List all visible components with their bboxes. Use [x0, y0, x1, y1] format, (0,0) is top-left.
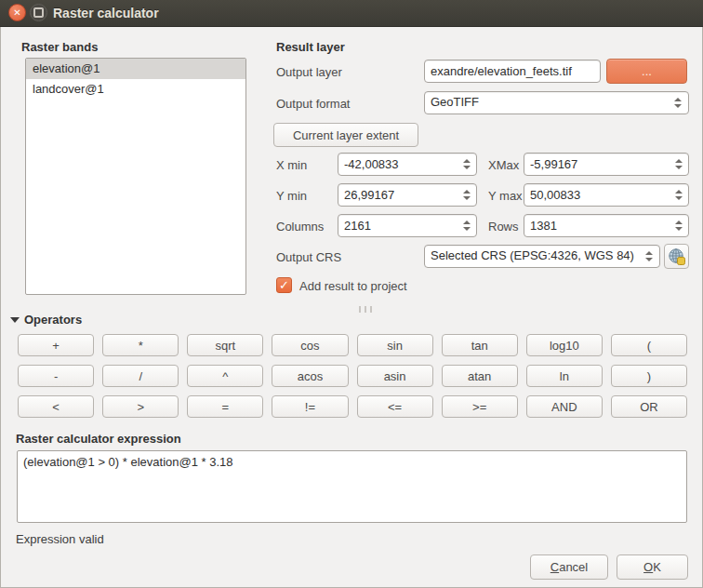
- spinner-arrows-icon[interactable]: [674, 153, 683, 176]
- operator-tan-button[interactable]: tan: [442, 334, 518, 356]
- close-icon: ✕: [13, 8, 20, 18]
- output-crs-combo[interactable]: Selected CRS (EPSG:4326, WGS 84): [424, 245, 660, 268]
- result-layer-heading: Result layer: [276, 40, 345, 54]
- output-crs-label: Output CRS: [276, 250, 341, 264]
- operator-multiply-button[interactable]: *: [102, 334, 179, 356]
- expression-status: Expression valid: [16, 532, 104, 546]
- y-min-label: Y min: [276, 189, 307, 203]
- window-title: Raster calculator: [53, 6, 159, 20]
- list-item-elevation[interactable]: elevation@1: [26, 59, 245, 79]
- expression-textarea[interactable]: (elevation@1 > 0) * elevation@1 * 3.18: [17, 450, 687, 523]
- select-crs-button[interactable]: [664, 244, 689, 269]
- browse-output-button[interactable]: ...: [606, 59, 687, 84]
- ok-button-label: OK: [623, 560, 682, 574]
- raster-calculator-dialog: ✕ Raster calculator Raster bands elevati…: [0, 0, 703, 588]
- close-button[interactable]: ✕: [8, 4, 26, 21]
- operator-or-button[interactable]: OR: [611, 395, 687, 418]
- operator-not-equals-button[interactable]: !=: [272, 395, 348, 418]
- operator-equals-button[interactable]: =: [187, 395, 263, 418]
- operator-open-paren-button[interactable]: (: [611, 334, 687, 356]
- collapse-triangle-icon[interactable]: [10, 317, 20, 323]
- operator-log10-button[interactable]: log10: [526, 334, 603, 356]
- output-format-combo[interactable]: GeoTIFF: [424, 91, 689, 114]
- spinner-arrows-icon[interactable]: [674, 183, 683, 207]
- operator-greater-equal-button[interactable]: >=: [442, 395, 518, 418]
- output-format-value: GeoTIFF: [431, 95, 479, 109]
- output-crs-value: Selected CRS (EPSG:4326, WGS 84): [431, 248, 634, 262]
- add-result-checkbox[interactable]: ✓: [276, 277, 292, 293]
- raster-bands-list[interactable]: elevation@1 landcover@1: [25, 58, 246, 295]
- operator-sin-button[interactable]: sin: [357, 334, 433, 356]
- operator-minus-button[interactable]: -: [18, 365, 94, 387]
- columns-label: Columns: [276, 220, 324, 234]
- rows-label: Rows: [488, 220, 519, 234]
- y-min-spinbox[interactable]: [338, 183, 477, 207]
- spinner-arrows-icon[interactable]: [462, 183, 471, 207]
- spinner-arrows-icon[interactable]: [462, 214, 471, 237]
- x-max-label: XMax: [488, 158, 519, 172]
- cancel-button-label: Cancel: [537, 560, 602, 574]
- rows-spinbox[interactable]: [524, 214, 689, 237]
- operator-plus-button[interactable]: +: [18, 334, 94, 356]
- maximize-icon: [33, 7, 44, 18]
- combo-arrows-icon: [673, 92, 683, 114]
- spinner-arrows-icon[interactable]: [462, 153, 471, 176]
- cancel-button[interactable]: Cancel: [530, 555, 608, 580]
- operator-ln-button[interactable]: ln: [526, 365, 603, 387]
- maximize-button[interactable]: [30, 4, 47, 21]
- ok-button[interactable]: OK: [617, 555, 688, 580]
- operator-power-button[interactable]: ^: [187, 365, 263, 387]
- x-min-label: X min: [276, 158, 307, 172]
- output-layer-input[interactable]: [424, 60, 601, 83]
- operator-atan-button[interactable]: atan: [442, 365, 518, 387]
- expression-heading: Raster calculator expression: [16, 432, 181, 446]
- operator-close-paren-button[interactable]: ): [611, 365, 687, 387]
- raster-bands-heading: Raster bands: [21, 40, 98, 54]
- operator-divide-button[interactable]: /: [102, 365, 179, 387]
- combo-arrows-icon: [644, 246, 654, 267]
- checkmark-icon: ✓: [279, 278, 289, 292]
- x-min-spinbox[interactable]: [338, 153, 477, 176]
- operators-grid: + * sqrt cos sin tan log10 ( - / ^ acos …: [18, 334, 687, 418]
- y-max-spinbox[interactable]: [524, 183, 689, 207]
- crs-globe-icon: [668, 247, 686, 266]
- operator-less-than-button[interactable]: <: [18, 395, 94, 418]
- list-item-landcover[interactable]: landcover@1: [26, 79, 245, 100]
- title-bar: ✕ Raster calculator: [0, 0, 703, 27]
- add-result-label: Add result to project: [299, 279, 407, 293]
- operator-sqrt-button[interactable]: sqrt: [187, 334, 263, 356]
- operator-greater-than-button[interactable]: >: [102, 395, 179, 418]
- operator-less-equal-button[interactable]: <=: [357, 395, 433, 418]
- spinner-arrows-icon[interactable]: [674, 214, 683, 237]
- operator-asin-button[interactable]: asin: [357, 365, 433, 387]
- output-layer-label: Output layer: [276, 65, 342, 79]
- operators-heading: Operators: [24, 313, 82, 327]
- y-max-label: Y max: [488, 189, 523, 203]
- x-max-spinbox[interactable]: [524, 153, 689, 176]
- operator-cos-button[interactable]: cos: [272, 334, 348, 356]
- operator-and-button[interactable]: AND: [526, 395, 603, 418]
- operator-acos-button[interactable]: acos: [272, 365, 348, 387]
- columns-spinbox[interactable]: [338, 214, 477, 237]
- current-layer-extent-button[interactable]: Current layer extent: [273, 123, 418, 147]
- output-format-label: Output format: [276, 97, 350, 111]
- splitter-grip[interactable]: [359, 306, 372, 313]
